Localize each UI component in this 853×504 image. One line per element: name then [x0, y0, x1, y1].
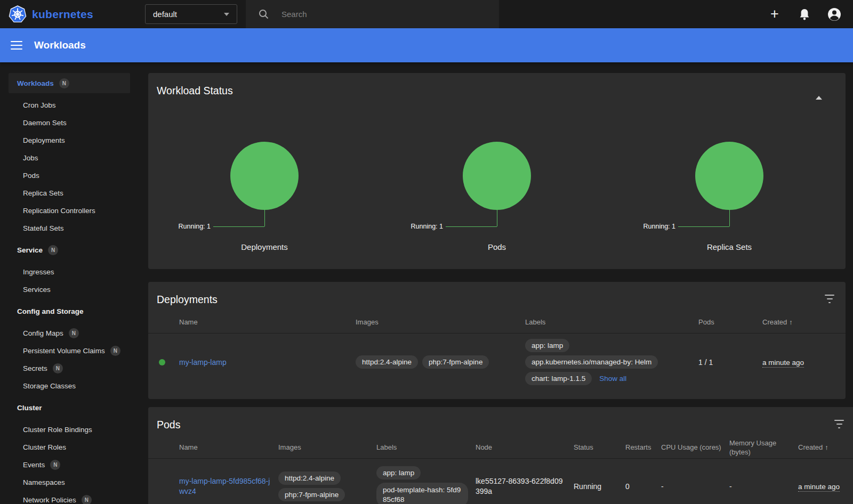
namespaced-badge: N [50, 460, 60, 470]
column-header-labels: Labels [525, 318, 698, 327]
pie-chart-pods: Running: 1 Pods [381, 73, 613, 254]
sidebar-item-replication-controllers[interactable]: Replication Controllers [0, 202, 140, 220]
created-timestamp: a minute ago [762, 359, 804, 368]
sidebar-item-network-policies[interactable]: Network Policies N [0, 491, 140, 504]
sidebar-item-secrets[interactable]: Secrets N [0, 360, 140, 377]
pie-slice-running[interactable] [463, 142, 531, 210]
pie-chart-title: Pods [381, 242, 613, 251]
image-chip: php:7-fpm-alpine [422, 355, 489, 369]
pie-leader-line [678, 226, 729, 227]
label-chip: chart: lamp-1.1.5 [525, 372, 592, 385]
top-bar: kubernetes default + [0, 0, 853, 28]
page-title: Workloads [34, 39, 86, 51]
sidebar-item-config-and-storage[interactable]: Config and Storage [0, 303, 140, 320]
workload-status-charts: Running: 1 Deployments Running: 1 Pods R… [148, 73, 846, 254]
deployment-name-link[interactable]: my-lamp-lamp [179, 358, 227, 367]
pie-leader-line [213, 226, 264, 227]
pie-slice-running[interactable] [695, 142, 763, 210]
notifications-button[interactable] [798, 7, 811, 21]
sidebar-item-config-maps[interactable]: Config Maps N [0, 324, 140, 342]
sidebar-item-stateful-sets[interactable]: Stateful Sets [0, 220, 140, 237]
column-header-node: Node [476, 443, 574, 452]
pie-slice-running[interactable] [230, 142, 299, 210]
node-name: lke55127-86393-622f8d09399a [476, 476, 574, 497]
account-button[interactable] [827, 7, 841, 21]
sidebar-item-events[interactable]: Events N [0, 456, 140, 474]
topbar-actions: + [768, 0, 841, 28]
brand[interactable]: kubernetes [0, 5, 136, 23]
search-icon [259, 9, 269, 19]
sidebar-item-pods[interactable]: Pods [0, 167, 140, 184]
show-all-link[interactable]: Show all [599, 375, 626, 383]
sidebar-item-daemon-sets[interactable]: Daemon Sets [0, 114, 140, 132]
restarts-count: 0 [625, 482, 661, 491]
created-timestamp: a minute ago [798, 483, 840, 492]
search-input[interactable] [280, 9, 462, 19]
pie-leader-line [264, 210, 265, 226]
sidebar-item-cron-jobs[interactable]: Cron Jobs [0, 96, 140, 114]
pie-leader-line [497, 210, 497, 226]
namespaced-badge: N [82, 495, 92, 504]
status-ok-icon [159, 359, 165, 365]
column-header-labels: Labels [376, 443, 476, 452]
namespaced-badge: N [69, 328, 79, 338]
cpu-usage: - [661, 482, 729, 491]
label-chip: pod-template-hash: 5fd985cf68 [376, 483, 468, 504]
column-header-images: Images [278, 443, 376, 452]
filter-icon[interactable] [824, 295, 835, 303]
menu-button[interactable] [11, 41, 22, 50]
pie-leader-line [446, 226, 497, 227]
plus-icon: + [770, 7, 779, 21]
column-header-created[interactable]: Created↑ [798, 443, 853, 452]
pie-legend-label: Running: 1 [411, 223, 443, 230]
sidebar-item-replica-sets[interactable]: Replica Sets [0, 184, 140, 202]
sidebar-item-services[interactable]: Services [0, 281, 140, 298]
sidebar-item-service[interactable]: Service N [0, 241, 140, 259]
namespaced-badge: N [53, 363, 63, 373]
pods-table-header: Name Images Labels Node Status Restarts … [148, 437, 853, 459]
sidebar-item-cluster-roles[interactable]: Cluster Roles [0, 438, 140, 456]
sidebar-item-persistent-volume-claims[interactable]: Persistent Volume Claims N [0, 342, 140, 360]
sidebar-item-deployments[interactable]: Deployments [0, 132, 140, 149]
namespaced-badge: N [48, 245, 58, 255]
label-chip: app: lamp [525, 339, 569, 352]
pod-status: Running [574, 482, 625, 491]
namespaced-badge: N [110, 346, 120, 356]
pie-chart-deployments: Running: 1 Deployments [148, 73, 381, 254]
namespaced-badge: N [59, 78, 69, 88]
pods-card: Pods Name Images Labels Node Status Rest… [148, 407, 853, 504]
sidebar-item-namespaces[interactable]: Namespaces [0, 474, 140, 491]
sidebar-item-jobs[interactable]: Jobs [0, 149, 140, 167]
sidebar-item-cluster[interactable]: Cluster [0, 399, 140, 417]
sidebar-item-storage-classes[interactable]: Storage Classes [0, 377, 140, 395]
filter-icon[interactable] [834, 420, 844, 428]
pie-legend-label: Running: 1 [643, 223, 675, 230]
image-chip: httpd:2.4-alpine [278, 472, 341, 485]
column-header-name[interactable]: Name [179, 318, 356, 327]
memory-usage: - [729, 482, 798, 491]
label-chip: app.kubernetes.io/managed-by: Helm [525, 355, 658, 369]
namespace-selector[interactable]: default [145, 4, 237, 24]
sidebar-item-workloads[interactable]: Workloads N [9, 73, 130, 93]
deployments-title: Deployments [148, 282, 846, 306]
image-chip: php:7-fpm-alpine [278, 488, 345, 501]
search-bar[interactable] [246, 0, 499, 28]
pie-chart-title: Replica Sets [613, 242, 846, 251]
pie-chart-replica-sets: Running: 1 Replica Sets [613, 73, 846, 254]
main-content: Workload Status Running: 1 Deployments R… [140, 62, 853, 504]
label-chip: app: lamp [376, 466, 421, 479]
table-row: my-lamp-lamp httpd:2.4-alpine php:7-fpm-… [148, 334, 846, 392]
pod-name-link[interactable]: my-lamp-lamp-5fd985cf68-jwvz4 [179, 477, 270, 495]
table-row: my-lamp-lamp-5fd985cf68-jwvz4 httpd:2.4-… [148, 459, 853, 504]
account-circle-icon [827, 7, 841, 21]
create-resource-button[interactable]: + [768, 7, 782, 21]
column-header-created[interactable]: Created↑ [762, 318, 837, 327]
deployments-table-header: Name Images Labels Pods Created↑ [148, 312, 846, 334]
sort-ascending-icon: ↑ [825, 443, 828, 451]
column-header-status: Status [574, 443, 625, 452]
column-header-memory-usage: Memory Usage (bytes) [729, 439, 798, 457]
column-header-name[interactable]: Name [179, 443, 278, 452]
pods-count: 1 / 1 [698, 358, 762, 367]
sidebar-item-ingresses[interactable]: Ingresses [0, 263, 140, 281]
sidebar-item-cluster-role-bindings[interactable]: Cluster Role Bindings [0, 421, 140, 438]
